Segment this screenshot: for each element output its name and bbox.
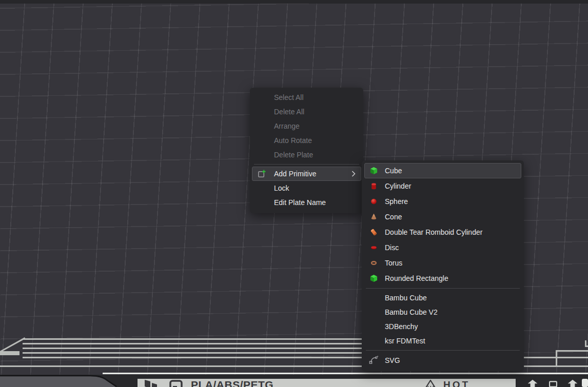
menu-separator [366, 350, 520, 351]
plate-label-strip: PLA/ABS/PETG HOT [138, 379, 516, 387]
torus-icon [369, 258, 379, 268]
menu-item-arrange: Arrange [252, 119, 361, 133]
menu-item-auto-rotate: Auto Rotate [252, 133, 361, 148]
menu-separator [366, 288, 520, 289]
cube-icon [369, 166, 379, 176]
plate-type-icon [169, 380, 183, 387]
menu-item-svg[interactable]: SVG [364, 353, 521, 368]
sphere-icon [369, 197, 379, 207]
menu-item-double-tear-romboid-cylinder[interactable]: Double Tear Romboid Cylinder [364, 225, 521, 240]
menu-item-ksr-fdmtest[interactable]: ksr FDMTest [364, 334, 521, 348]
submenu-primitive-group: Cube Cylinder Sphere Cone [362, 163, 524, 286]
disc-icon [369, 243, 379, 253]
context-menu: Select All Delete All Arrange Auto Rotat… [250, 88, 363, 213]
menu-item-bambu-cube-v2[interactable]: Bambu Cube V2 [364, 305, 521, 319]
plate-corner-mark [582, 379, 588, 387]
menu-item-cube[interactable]: Cube [364, 163, 521, 178]
menu-item-delete-plate: Delete Plate [252, 148, 361, 162]
hot-surface-warning-icon [423, 379, 438, 387]
cylinder-icon [369, 181, 379, 191]
menu-item-delete-all: Delete All [252, 105, 361, 119]
submenu-model-group: Bambu Cube Bambu Cube V2 3DBenchy ksr FD… [362, 291, 524, 348]
arrow-up-icon [523, 379, 542, 387]
rounded-cube-icon [369, 274, 379, 283]
cone-icon [369, 212, 379, 222]
menu-item-disc[interactable]: Disc [364, 240, 521, 255]
menu-item-3dbenchy[interactable]: 3DBenchy [364, 319, 521, 334]
menu-item-sphere[interactable]: Sphere [364, 194, 521, 209]
menu-separator [254, 164, 359, 165]
plate-material-label: PLA/ABS/PETG [191, 379, 273, 387]
menu-item-torus[interactable]: Torus [364, 255, 521, 271]
menu-item-edit-plate-name[interactable]: Edit Plate Name [252, 195, 361, 210]
viewport-top-edge [0, 0, 588, 4]
add-primitive-submenu: Cube Cylinder Sphere Cone [362, 160, 524, 371]
context-menu-action-group: Add Primitive Lock Edit Plate Name [250, 167, 363, 210]
chevron-right-icon [351, 171, 356, 177]
menu-item-bambu-cube[interactable]: Bambu Cube [364, 291, 521, 305]
tilted-cylinder-icon [369, 228, 379, 237]
bezier-icon [369, 356, 379, 365]
menu-item-cylinder[interactable]: Cylinder [364, 178, 521, 194]
plate-front-tab [0, 375, 123, 387]
menu-item-select-all: Select All [252, 90, 361, 105]
plate-slot-icon [544, 381, 562, 387]
menu-item-cone[interactable]: Cone [364, 209, 521, 225]
menu-item-rounded-rectangle[interactable]: Rounded Rectangle [364, 271, 521, 286]
plate-hot-label: HOT [443, 379, 470, 387]
submenu-import-group: SVG [362, 353, 524, 368]
menu-item-add-primitive[interactable]: Add Primitive [252, 167, 361, 181]
slicer-3d-viewport[interactable]: PLA/ABS/PETG HOT Select All [0, 0, 588, 387]
bambu-logo-icon [145, 380, 161, 387]
context-menu-disabled-group: Select All Delete All Arrange Auto Rotat… [250, 90, 363, 162]
arrow-up-icon [563, 379, 582, 387]
add-primitive-icon [257, 169, 267, 179]
menu-item-lock[interactable]: Lock [252, 181, 361, 195]
